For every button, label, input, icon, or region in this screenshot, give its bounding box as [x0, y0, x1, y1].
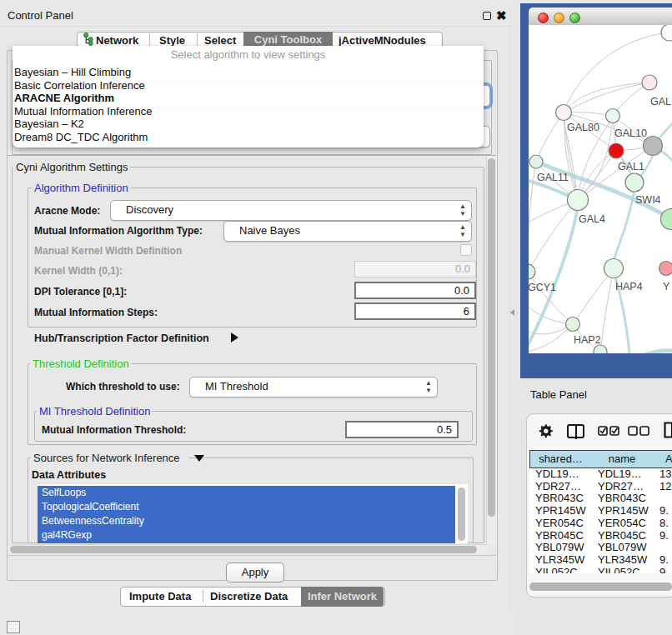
svg-text:GAL10: GAL10	[614, 128, 647, 139]
svg-text:GAL11: GAL11	[537, 172, 569, 183]
svg-text:Y: Y	[663, 281, 670, 292]
svg-text:GAL1: GAL1	[618, 161, 644, 172]
svg-text:GAL: GAL	[650, 96, 671, 108]
svg-text:HAP2: HAP2	[574, 334, 601, 346]
svg-text:HAP4: HAP4	[615, 281, 643, 292]
svg-text:GCY1: GCY1	[529, 282, 556, 293]
svg-text:GAL80: GAL80	[567, 122, 599, 133]
svg-text:SWI4: SWI4	[635, 194, 661, 206]
svg-text:GAL4: GAL4	[579, 213, 605, 225]
